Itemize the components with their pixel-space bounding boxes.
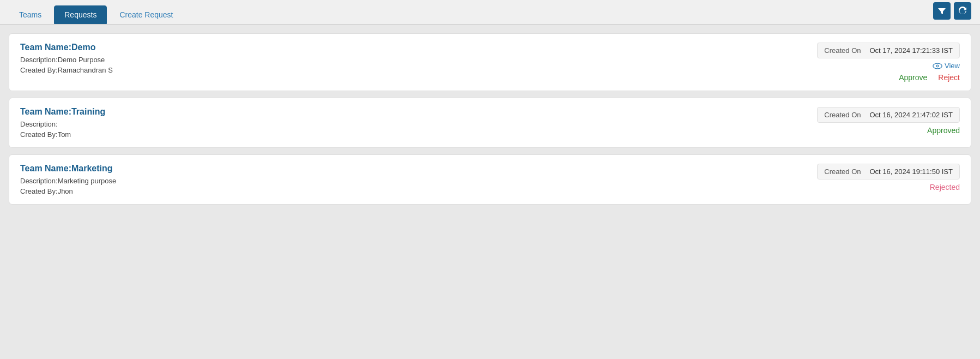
created-box-demo: Created On Oct 17, 2024 17:21:33 IST bbox=[817, 43, 960, 58]
created-date-demo: Oct 17, 2024 bbox=[869, 46, 910, 55]
created-datetime-marketing: Oct 16, 2024 19:11:50 IST bbox=[869, 167, 953, 176]
created-box-training: Created On Oct 16, 2024 21:47:02 IST bbox=[817, 107, 960, 123]
tab-create-request[interactable]: Create Request bbox=[109, 5, 183, 24]
eye-icon bbox=[933, 63, 942, 69]
team-name-training: Team Name:Training bbox=[20, 107, 817, 117]
team-name-marketing: Team Name:Marketing bbox=[20, 164, 817, 173]
status-rejected-marketing: Rejected bbox=[930, 183, 960, 192]
tab-bar: Teams Requests Create Request bbox=[0, 0, 980, 25]
tab-teams[interactable]: Teams bbox=[9, 5, 52, 24]
top-actions bbox=[933, 2, 971, 20]
approve-button-demo[interactable]: Approve bbox=[899, 73, 927, 82]
requests-list: Team Name:Demo Description:Demo Purpose … bbox=[0, 25, 980, 213]
request-card-marketing: Team Name:Marketing Description:Marketin… bbox=[9, 154, 971, 205]
card-creator-demo: Created By:Ramachandran S bbox=[20, 66, 817, 74]
svg-point-2 bbox=[937, 65, 938, 66]
created-date-training: Oct 16, 2024 bbox=[869, 111, 910, 119]
created-box-marketing: Created On Oct 16, 2024 19:11:50 IST bbox=[817, 164, 960, 180]
card-left-training: Team Name:Training Description: Created … bbox=[20, 107, 817, 139]
card-description-training: Description: bbox=[20, 120, 817, 128]
card-left-marketing: Team Name:Marketing Description:Marketin… bbox=[20, 164, 817, 195]
status-approved-training: Approved bbox=[927, 126, 960, 135]
card-right-training: Created On Oct 16, 2024 21:47:02 IST App… bbox=[817, 107, 960, 135]
created-label-demo: Created On bbox=[824, 46, 861, 55]
refresh-icon bbox=[958, 7, 967, 15]
created-time-training: 21:47:02 IST bbox=[912, 111, 953, 119]
filter-button[interactable] bbox=[933, 2, 951, 20]
card-creator-training: Created By:Tom bbox=[20, 130, 817, 139]
request-card-demo: Team Name:Demo Description:Demo Purpose … bbox=[9, 33, 971, 91]
created-label-marketing: Created On bbox=[824, 167, 861, 176]
created-date-marketing: Oct 16, 2024 bbox=[869, 167, 910, 176]
card-right-demo: Created On Oct 17, 2024 17:21:33 IST Vie… bbox=[817, 43, 960, 82]
created-datetime-demo: Oct 17, 2024 17:21:33 IST bbox=[869, 46, 953, 55]
view-label-demo: View bbox=[945, 62, 960, 70]
card-right-marketing: Created On Oct 16, 2024 19:11:50 IST Rej… bbox=[817, 164, 960, 192]
card-description-demo: Description:Demo Purpose bbox=[20, 56, 817, 64]
created-datetime-training: Oct 16, 2024 21:47:02 IST bbox=[869, 111, 953, 119]
tab-requests[interactable]: Requests bbox=[54, 5, 107, 24]
filter-icon bbox=[937, 7, 946, 15]
created-label-training: Created On bbox=[824, 111, 861, 119]
card-actions-demo: Approve Reject bbox=[899, 73, 960, 82]
card-left-demo: Team Name:Demo Description:Demo Purpose … bbox=[20, 43, 817, 74]
refresh-button[interactable] bbox=[954, 2, 971, 20]
view-link-demo[interactable]: View bbox=[933, 62, 960, 70]
created-time-marketing: 19:11:50 IST bbox=[912, 167, 953, 176]
card-creator-marketing: Created By:Jhon bbox=[20, 187, 817, 195]
team-name-demo: Team Name:Demo bbox=[20, 43, 817, 52]
card-description-marketing: Description:Marketing purpose bbox=[20, 177, 817, 185]
request-card-training: Team Name:Training Description: Created … bbox=[9, 98, 971, 148]
created-time-demo: 17:21:33 IST bbox=[912, 46, 953, 55]
reject-button-demo[interactable]: Reject bbox=[938, 73, 960, 82]
